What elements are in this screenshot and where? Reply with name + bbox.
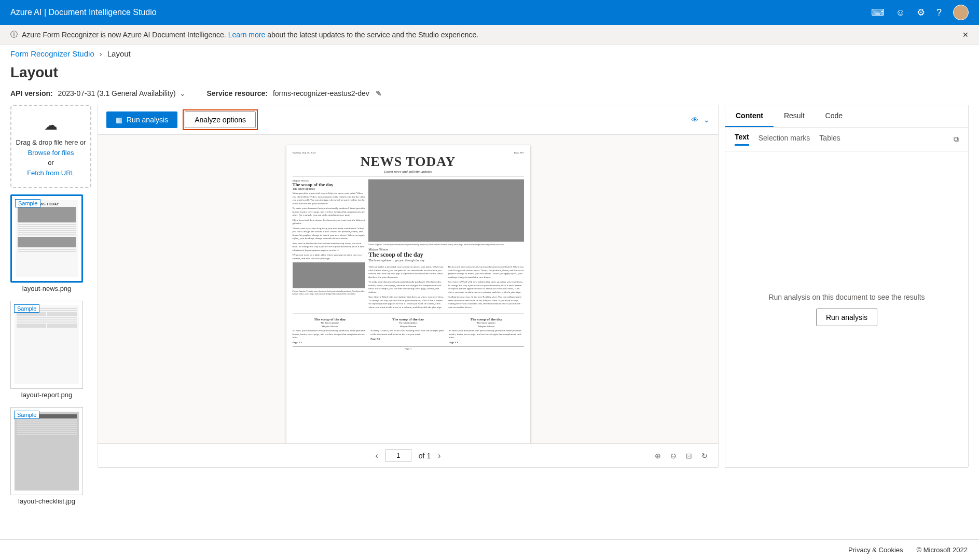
thumb-label: layout-report.png bbox=[10, 389, 83, 401]
close-icon[interactable]: ✕ bbox=[962, 31, 969, 39]
next-page-icon[interactable]: › bbox=[438, 451, 440, 460]
rotate-icon[interactable]: ↻ bbox=[701, 452, 708, 460]
breadcrumb-root[interactable]: Form Recognizer Studio bbox=[10, 49, 94, 58]
fetch-url-link[interactable]: Fetch from URL bbox=[15, 168, 87, 178]
keyboard-icon[interactable]: ⌨ bbox=[871, 7, 885, 18]
main-layout: ☁︎ Drag & drop file here or Browse for f… bbox=[0, 105, 979, 468]
info-icon: ⓘ bbox=[10, 30, 18, 39]
dropzone[interactable]: ☁︎ Drag & drop file here or Browse for f… bbox=[10, 105, 91, 188]
results-panel: Content Result Code Text Selection marks… bbox=[725, 105, 969, 468]
page-total: of 1 bbox=[419, 452, 431, 460]
eye-icon[interactable]: 👁 bbox=[691, 116, 698, 124]
footer: Privacy & Cookies © Microsoft 2022 bbox=[0, 539, 979, 560]
viewer-toolbar: ▦ Run analysis Analyze options 👁 ⌄ bbox=[98, 105, 718, 135]
chevron-down-icon: ⌄ bbox=[180, 89, 186, 97]
zoom-out-icon[interactable]: ⊖ bbox=[670, 452, 677, 460]
analysis-icon: ▦ bbox=[116, 116, 122, 124]
thumb-card-report[interactable]: Sample layout-report.png bbox=[10, 301, 83, 401]
page-input[interactable] bbox=[385, 449, 411, 462]
chevron-down-icon[interactable]: ⌄ bbox=[704, 116, 710, 124]
cloud-upload-icon: ☁︎ bbox=[15, 115, 87, 135]
run-analysis-button-panel[interactable]: Run analysis bbox=[816, 309, 877, 326]
file-panel: ☁︎ Drag & drop file here or Browse for f… bbox=[10, 105, 91, 468]
help-icon[interactable]: ? bbox=[936, 7, 942, 18]
gear-icon[interactable]: ⚙ bbox=[917, 7, 925, 18]
feedback-icon[interactable]: ☺ bbox=[896, 7, 905, 18]
results-empty: Run analysis on this document to see the… bbox=[725, 151, 968, 467]
info-banner: ⓘ Azure Form Recognizer is now Azure AI … bbox=[0, 25, 979, 45]
page-title: Layout bbox=[0, 62, 979, 89]
header-icons: ⌨ ☺ ⚙ ? bbox=[871, 5, 969, 20]
breadcrumb-current: Layout bbox=[107, 49, 131, 58]
thumb-label: layout-news.png bbox=[10, 283, 83, 295]
content-subtabs: Text Selection marks Tables ⧉ bbox=[725, 128, 968, 151]
tab-code[interactable]: Code bbox=[815, 105, 853, 127]
subtab-selection-marks[interactable]: Selection marks bbox=[759, 134, 810, 145]
breadcrumb: Form Recognizer Studio › Layout bbox=[0, 45, 979, 62]
subtab-text[interactable]: Text bbox=[735, 133, 749, 146]
api-version-selector[interactable]: API version: 2023-07-31 (3.1 General Ava… bbox=[10, 89, 186, 97]
privacy-link[interactable]: Privacy & Cookies bbox=[848, 546, 903, 554]
browse-files-link[interactable]: Browse for files bbox=[15, 148, 87, 158]
sample-tag: Sample bbox=[14, 411, 39, 419]
sample-tag: Sample bbox=[15, 199, 40, 207]
document-viewer: ▦ Run analysis Analyze options 👁 ⌄ Tuesd… bbox=[98, 105, 719, 468]
sample-tag: Sample bbox=[14, 304, 39, 313]
run-analysis-button[interactable]: ▦ Run analysis bbox=[106, 111, 177, 128]
fit-icon[interactable]: ⊡ bbox=[686, 452, 692, 460]
document-page: Tuesday, Sep 20, 2022 Issue #10 NEWS TOD… bbox=[286, 145, 530, 443]
thumb-card-checklist[interactable]: Sample layout-checklist.jpg bbox=[10, 407, 83, 507]
copyright: © Microsoft 2022 bbox=[917, 546, 968, 554]
chevron-right-icon: › bbox=[100, 49, 102, 58]
api-version-value: 2023-07-31 (3.1 General Availability) bbox=[58, 89, 176, 97]
edit-icon[interactable]: ✎ bbox=[376, 89, 382, 97]
banner-link[interactable]: Learn more bbox=[228, 31, 266, 39]
service-resource-label: Service resource: bbox=[206, 89, 268, 97]
result-tabs: Content Result Code bbox=[725, 105, 968, 128]
thumb-label: layout-checklist.jpg bbox=[10, 495, 83, 507]
config-toolbar: API version: 2023-07-31 (3.1 General Ava… bbox=[0, 89, 979, 105]
thumb-news[interactable]: Sample NEWS TODAY bbox=[10, 194, 83, 283]
prev-page-icon[interactable]: ‹ bbox=[375, 451, 378, 460]
highlighted-control: Analyze options bbox=[183, 109, 258, 130]
dropzone-or: or bbox=[15, 158, 87, 168]
thumb-report[interactable]: Sample bbox=[10, 301, 83, 389]
banner-pre: Azure Form Recognizer is now Azure AI Do… bbox=[22, 31, 226, 39]
app-header: Azure AI | Document Intelligence Studio … bbox=[0, 0, 979, 25]
tab-content[interactable]: Content bbox=[725, 105, 774, 127]
thumb-card-news[interactable]: Sample NEWS TODAY layout-news.png bbox=[10, 194, 83, 295]
dropzone-text: Drag & drop file here or bbox=[15, 137, 87, 148]
banner-post: about the latest updates to the service … bbox=[267, 31, 478, 39]
tab-result[interactable]: Result bbox=[774, 105, 815, 127]
avatar[interactable] bbox=[953, 5, 969, 20]
api-version-label: API version: bbox=[10, 89, 53, 97]
document-canvas[interactable]: Tuesday, Sep 20, 2022 Issue #10 NEWS TOD… bbox=[98, 135, 718, 443]
pager: ‹ of 1 › ⊕ ⊖ ⊡ ↻ bbox=[98, 443, 718, 467]
zoom-in-icon[interactable]: ⊕ bbox=[655, 452, 661, 460]
banner-content: ⓘ Azure Form Recognizer is now Azure AI … bbox=[10, 30, 478, 39]
app-title: Azure AI | Document Intelligence Studio bbox=[10, 8, 157, 17]
thumb-checklist[interactable]: Sample bbox=[10, 407, 83, 495]
empty-message: Run analysis on this document to see the… bbox=[768, 293, 925, 301]
service-resource-value: forms-recognizer-eastus2-dev bbox=[273, 89, 369, 97]
analyze-options-button[interactable]: Analyze options bbox=[185, 111, 256, 128]
copy-icon[interactable]: ⧉ bbox=[954, 135, 959, 144]
service-resource: Service resource: forms-recognizer-eastu… bbox=[206, 89, 381, 97]
subtab-tables[interactable]: Tables bbox=[819, 134, 840, 145]
